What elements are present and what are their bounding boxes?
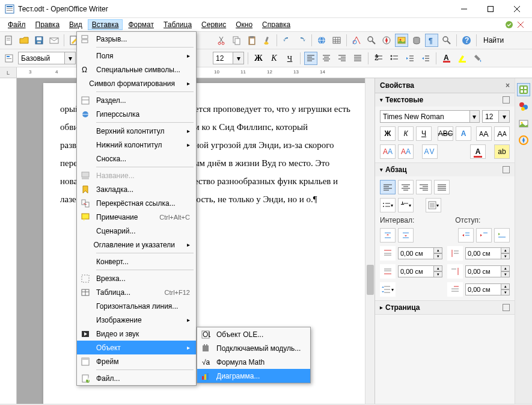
paragraph-section-header[interactable]: ▾Абзац: [375, 163, 515, 176]
nonprinting-icon[interactable]: ¶: [425, 34, 438, 47]
doc-close-icon[interactable]: [518, 22, 524, 28]
italic-icon[interactable]: К: [268, 52, 281, 65]
sidebar-grow-font-icon[interactable]: AA: [476, 126, 492, 141]
bullet-list-icon[interactable]: [388, 52, 401, 65]
minimize-button[interactable]: [456, 3, 472, 15]
sidebar-italic-icon[interactable]: К: [398, 126, 414, 141]
bg-color-icon[interactable]: [471, 52, 485, 65]
spacing-dec-icon[interactable]: [398, 228, 414, 243]
sidebar-tab-properties-icon[interactable]: [517, 83, 530, 96]
open-icon[interactable]: [17, 34, 31, 47]
font-size-combo[interactable]: ▾: [213, 52, 244, 64]
close-button[interactable]: [509, 3, 525, 15]
para-bullets-icon[interactable]: ▾: [380, 198, 396, 212]
menu-item--[interactable]: ПримечаниеCtrl+Alt+C: [77, 210, 196, 224]
find-replace-icon[interactable]: [365, 34, 378, 47]
menu-window[interactable]: Окно: [231, 19, 257, 30]
menu-item--[interactable]: Название...: [77, 168, 196, 182]
menu-help[interactable]: Справка: [258, 19, 295, 30]
sidebar-tab-navigator-icon[interactable]: [517, 134, 530, 147]
gallery-icon[interactable]: [395, 34, 408, 47]
submenu-item--[interactable]: Диаграмма...: [197, 369, 310, 383]
menu-item--[interactable]: Объект▸: [77, 341, 196, 354]
align-left-icon[interactable]: [304, 52, 317, 65]
section-more-icon[interactable]: [503, 304, 510, 311]
menu-table[interactable]: Таблица: [159, 19, 196, 30]
menu-item--[interactable]: Гиперссылка: [77, 107, 196, 121]
menu-item--[interactable]: Конверт...: [77, 255, 196, 268]
sidebar-bold-icon[interactable]: Ж: [380, 126, 396, 141]
menu-item--[interactable]: Горизонтальная линия...: [77, 299, 196, 313]
new-doc-icon[interactable]: [2, 34, 16, 47]
navigator-icon[interactable]: [380, 34, 393, 47]
left-indent-icon[interactable]: [447, 246, 463, 261]
align-justify-icon[interactable]: [351, 52, 364, 65]
sidebar-tab-gallery-icon[interactable]: [517, 117, 530, 130]
sidebar-highlight-icon[interactable]: ab: [494, 144, 510, 159]
sidebar-spacing-icon[interactable]: AV: [422, 144, 438, 159]
above-spacing-icon[interactable]: [380, 246, 396, 261]
show-draw-icon[interactable]: [350, 34, 363, 47]
sidebar-subscript-icon[interactable]: AA: [398, 144, 414, 159]
para-align-right-icon[interactable]: [416, 180, 432, 194]
zoom-icon[interactable]: [440, 34, 453, 47]
right-indent-input[interactable]: ▴▾: [465, 265, 510, 277]
menu-insert[interactable]: Вставка: [88, 19, 123, 30]
paragraph-style-combo[interactable]: ▾: [18, 52, 76, 64]
styles-icon[interactable]: [2, 52, 16, 65]
menu-item--[interactable]: Поля▸: [77, 49, 196, 63]
linespacing-icon[interactable]: ▾: [380, 282, 396, 297]
para-bgcolor-icon[interactable]: ▾: [426, 198, 441, 212]
underline-icon[interactable]: Ч: [283, 52, 296, 65]
maximize-button[interactable]: [483, 3, 498, 15]
para-align-left-icon[interactable]: [380, 180, 396, 194]
spacing-inc-icon[interactable]: [380, 228, 396, 243]
menu-view[interactable]: Вид: [65, 19, 87, 30]
menu-edit[interactable]: Правка: [31, 19, 64, 30]
text-section-header[interactable]: ▾Текстовые: [375, 93, 515, 107]
decrease-indent-icon[interactable]: [403, 52, 417, 65]
menu-item--[interactable]: +Файл...: [77, 371, 196, 385]
menu-item--[interactable]: Символ форматирования▸: [77, 76, 196, 90]
section-more-icon[interactable]: [503, 96, 510, 104]
help-icon[interactable]: ?: [460, 34, 473, 47]
menu-item--[interactable]: Закладка...: [77, 182, 196, 196]
section-more-icon[interactable]: [503, 166, 510, 173]
save-icon[interactable]: [32, 34, 46, 47]
right-indent-icon[interactable]: [447, 264, 463, 279]
menu-item--[interactable]: Верхний колонтитул▸: [77, 124, 196, 138]
submenu-item--[interactable]: Подключаемый модуль...: [197, 341, 310, 355]
submenu-item--ole-[interactable]: OLEОбъект OLE...: [197, 327, 310, 341]
sidebar-tab-styles-icon[interactable]: [517, 100, 530, 113]
below-spacing-input[interactable]: ▴▾: [398, 265, 442, 277]
menu-item--[interactable]: Раздел...: [77, 93, 196, 107]
para-align-justify-icon[interactable]: [434, 180, 450, 194]
menu-item--[interactable]: Перекрёстная ссылка...: [77, 196, 196, 210]
left-indent-input[interactable]: ▴▾: [465, 247, 510, 259]
highlight-icon[interactable]: [456, 52, 469, 65]
update-icon[interactable]: [504, 20, 514, 29]
menu-file[interactable]: Файл: [4, 19, 30, 30]
increase-indent-icon[interactable]: [419, 52, 432, 65]
menu-format[interactable]: Формат: [124, 19, 158, 30]
menu-item--[interactable]: Сноска...: [77, 152, 196, 165]
sidebar-shadow-icon[interactable]: A: [456, 126, 471, 141]
firstline-indent-icon[interactable]: [447, 282, 463, 297]
menu-item--[interactable]: Врезка...: [77, 271, 196, 285]
bold-icon[interactable]: Ж: [252, 52, 265, 65]
numbered-list-icon[interactable]: 12: [372, 52, 385, 65]
vertical-scrollbar[interactable]: [365, 78, 375, 404]
font-color-icon[interactable]: A: [440, 52, 453, 65]
menu-item--[interactable]: Таблица...Ctrl+F12: [77, 285, 196, 299]
menu-item--[interactable]: ΩСпециальные символы...: [77, 63, 196, 76]
sidebar-shrink-font-icon[interactable]: AA: [494, 126, 510, 141]
find-toolbar-label[interactable]: Найти: [480, 36, 507, 45]
sidebar-underline-icon[interactable]: Ч: [416, 126, 432, 141]
menu-item--[interactable]: Оглавление и указатели▸: [77, 238, 196, 252]
email-icon[interactable]: [47, 34, 61, 47]
menu-item--[interactable]: Фрейм: [77, 354, 196, 368]
indent-firstline-icon[interactable]: [494, 228, 510, 243]
align-center-icon[interactable]: [320, 52, 333, 65]
menu-item--[interactable]: Разрыв...: [77, 32, 196, 46]
sidebar-close-icon[interactable]: ×: [506, 81, 510, 90]
